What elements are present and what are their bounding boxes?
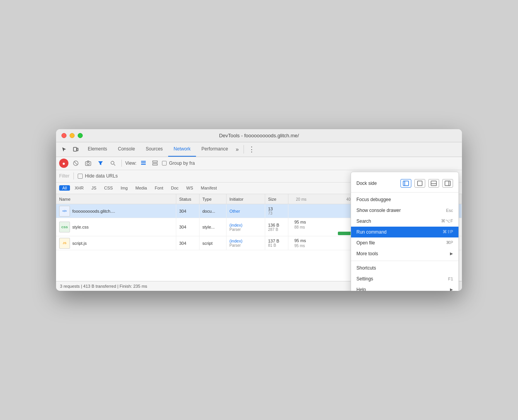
filter-label[interactable]: Filter bbox=[59, 173, 70, 179]
cell-name: CSS style.css bbox=[56, 218, 176, 236]
menu-focus-debuggee[interactable]: Focus debuggee bbox=[351, 194, 458, 205]
menu-shortcuts[interactable]: Shortcuts bbox=[351, 263, 458, 273]
svg-rect-1 bbox=[77, 148, 78, 151]
menu-help[interactable]: Help ▶ bbox=[351, 284, 458, 291]
dock-icons bbox=[400, 179, 453, 188]
type-js[interactable]: JS bbox=[88, 185, 99, 191]
network-toolbar: ● View: Group by fra bbox=[56, 157, 462, 170]
group-by-label: Group by fra bbox=[169, 160, 195, 166]
menu-search[interactable]: Search ⌘⌥F bbox=[351, 216, 458, 227]
cell-initiator: (index) Parser bbox=[226, 218, 265, 236]
menu-run-command[interactable]: Run command ⌘⇧P bbox=[351, 227, 458, 237]
devtools-window: DevTools - fooooooooods.glitch.me/ Eleme… bbox=[56, 129, 462, 291]
type-doc[interactable]: Doc bbox=[168, 185, 182, 191]
svg-point-5 bbox=[87, 162, 89, 165]
devtools-menu-button[interactable]: ⋮ bbox=[246, 144, 257, 155]
window-title: DevTools - fooooooooods.glitch.me/ bbox=[219, 133, 299, 138]
type-manifest[interactable]: Manifest bbox=[198, 185, 220, 191]
svg-line-8 bbox=[114, 164, 116, 166]
type-css[interactable]: CSS bbox=[101, 185, 116, 191]
svg-rect-14 bbox=[403, 181, 409, 186]
file-icon-html: </> bbox=[59, 206, 70, 217]
svg-rect-16 bbox=[417, 181, 422, 186]
type-font[interactable]: Font bbox=[152, 185, 166, 191]
tab-console[interactable]: Console bbox=[112, 142, 140, 157]
tab-network[interactable]: Network bbox=[168, 142, 196, 157]
svg-rect-12 bbox=[153, 161, 157, 162]
svg-point-7 bbox=[111, 161, 114, 164]
more-tabs-button[interactable]: » bbox=[233, 142, 241, 157]
col-header-status[interactable]: Status bbox=[176, 194, 199, 204]
record-button[interactable]: ● bbox=[59, 159, 68, 168]
dock-left-button[interactable] bbox=[400, 179, 411, 188]
cell-name: </> fooooooooods.glitch.... bbox=[56, 204, 176, 218]
camera-button[interactable] bbox=[83, 158, 93, 168]
view-list-button[interactable] bbox=[139, 159, 148, 168]
close-button[interactable] bbox=[61, 133, 66, 138]
main-content: ● View: Group by fra bbox=[56, 157, 462, 291]
menu-show-console[interactable]: Show console drawer Esc bbox=[351, 205, 458, 216]
menu-settings[interactable]: Settings F1 bbox=[351, 273, 458, 284]
tabs-separator bbox=[244, 145, 244, 154]
cell-size: 136 B 287 B bbox=[265, 218, 288, 236]
file-icon-css: CSS bbox=[59, 222, 70, 232]
dock-side-section: Dock side bbox=[351, 174, 458, 192]
svg-rect-17 bbox=[431, 181, 436, 186]
cell-name: JS script.js bbox=[56, 236, 176, 250]
filter-divider bbox=[73, 172, 74, 179]
cell-status: 304 bbox=[176, 236, 199, 250]
svg-rect-13 bbox=[153, 164, 157, 165]
type-xhr[interactable]: XHR bbox=[72, 185, 87, 191]
dock-bottom-button[interactable] bbox=[428, 179, 439, 188]
dock-side-label: Dock side bbox=[356, 181, 397, 186]
col-header-initiator[interactable]: Initiator bbox=[226, 194, 265, 204]
svg-rect-0 bbox=[73, 147, 77, 151]
cell-initiator: Other bbox=[226, 204, 265, 218]
device-icon[interactable] bbox=[71, 144, 81, 154]
svg-rect-19 bbox=[445, 181, 450, 186]
col-header-name[interactable]: Name bbox=[56, 194, 176, 204]
col-header-type[interactable]: Type bbox=[199, 194, 226, 204]
dropdown-menu: Dock side bbox=[351, 172, 459, 291]
cell-initiator: (index) Parser bbox=[226, 236, 265, 250]
toolbar-separator-1 bbox=[121, 160, 122, 167]
type-media[interactable]: Media bbox=[132, 185, 150, 191]
svg-marker-6 bbox=[98, 161, 103, 165]
maximize-button[interactable] bbox=[78, 133, 83, 138]
menu-section-1: Focus debuggee Show console drawer Esc S… bbox=[351, 192, 458, 261]
menu-section-2: Shortcuts Settings F1 Help ▶ bbox=[351, 261, 458, 291]
col-header-size[interactable]: Size bbox=[265, 194, 288, 204]
cell-status: 304 bbox=[176, 218, 199, 236]
minimize-button[interactable] bbox=[70, 133, 75, 138]
view-label: View: bbox=[125, 160, 136, 166]
cell-status: 304 bbox=[176, 204, 199, 218]
cell-type: script bbox=[199, 236, 226, 250]
type-ws[interactable]: WS bbox=[183, 185, 196, 191]
tab-elements[interactable]: Elements bbox=[82, 142, 112, 157]
menu-more-tools[interactable]: More tools ▶ bbox=[351, 248, 458, 259]
cell-type: style... bbox=[199, 218, 226, 236]
cell-size: 13 73 bbox=[265, 204, 288, 218]
traffic-lights bbox=[61, 133, 83, 138]
menu-open-file[interactable]: Open file ⌘P bbox=[351, 237, 458, 248]
cell-type: docu... bbox=[199, 204, 226, 218]
file-icon-js: JS bbox=[59, 238, 70, 249]
tab-performance[interactable]: Performance bbox=[196, 142, 233, 157]
clear-button[interactable] bbox=[71, 158, 81, 168]
cursor-icon[interactable] bbox=[59, 144, 69, 154]
hide-urls-checkbox[interactable] bbox=[78, 174, 83, 179]
view-large-button[interactable] bbox=[150, 159, 160, 168]
dock-right-button[interactable] bbox=[442, 179, 453, 188]
preserve-log-checkbox[interactable] bbox=[162, 161, 167, 166]
filter-button[interactable] bbox=[95, 158, 106, 168]
hide-data-urls[interactable]: Hide data URLs bbox=[78, 173, 118, 179]
titlebar: DevTools - fooooooooods.glitch.me/ bbox=[56, 129, 462, 142]
search-button[interactable] bbox=[108, 158, 118, 168]
type-all[interactable]: All bbox=[59, 185, 70, 191]
type-img[interactable]: Img bbox=[118, 185, 131, 191]
tabs-bar: Elements Console Sources Network Perform… bbox=[56, 142, 462, 157]
svg-line-3 bbox=[74, 162, 77, 165]
cell-size: 137 B 81 B bbox=[265, 236, 288, 250]
tab-sources[interactable]: Sources bbox=[140, 142, 168, 157]
dock-undock-button[interactable] bbox=[414, 179, 425, 188]
